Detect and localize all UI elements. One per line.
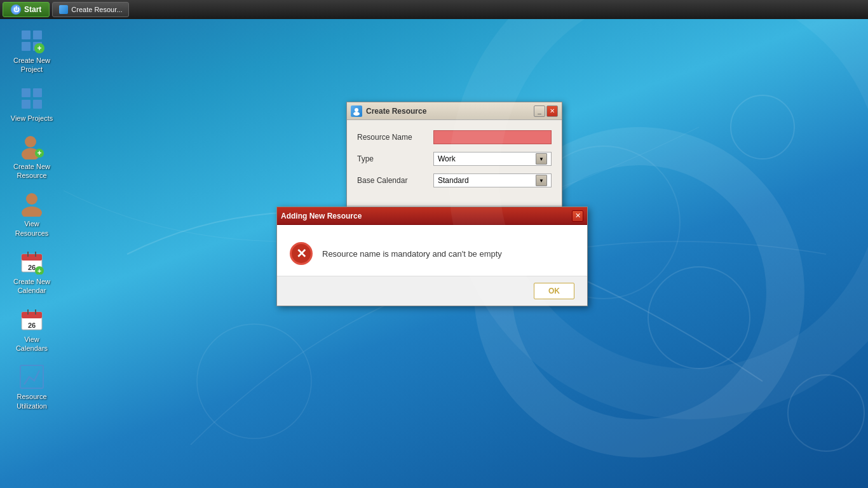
alert-close-button[interactable]: ✕ [572,210,583,222]
error-icon: ✕ [290,242,313,265]
type-select-value: Work [438,154,536,163]
base-calendar-value: Standard [438,176,536,185]
create-resource-label: Create NewResource [13,162,50,180]
start-label: Start [24,5,41,14]
view-projects-label: View Projects [11,114,53,123]
svg-rect-29 [22,312,42,318]
svg-point-0 [648,267,750,369]
create-resource-controls: _ ✕ [534,105,558,117]
resource-name-row: Resource Name [357,130,552,144]
svg-point-34 [355,108,358,112]
create-project-icon-img: + [19,28,44,53]
svg-rect-6 [33,30,42,39]
svg-rect-12 [33,88,42,97]
base-calendar-select[interactable]: Standard ▼ [433,173,552,187]
svg-point-4 [788,375,864,451]
svg-rect-13 [22,100,31,109]
alert-message: Resource name is mandatory and can't be … [322,249,502,259]
type-select-arrow[interactable]: ▼ [536,153,547,165]
create-calendar-label: Create NewCalendar [13,277,50,295]
close-button[interactable]: ✕ [546,105,558,117]
start-icon: ⏻ [11,4,21,15]
svg-point-15 [25,136,36,147]
svg-point-1 [731,95,794,159]
resource-name-input[interactable] [433,130,552,144]
taskbar: ⏻ Start Create Resour... [0,0,868,19]
svg-point-20 [22,207,42,217]
svg-text:26: 26 [28,322,36,329]
svg-text:+: + [37,149,41,158]
svg-rect-22 [22,254,42,261]
base-calendar-row: Base Calendar Standard ▼ [357,173,552,187]
view-calendars-label: View Calendars [9,335,55,353]
create-resource-titlebar: Create Resource _ ✕ [347,102,562,120]
view-projects-icon-img [19,86,44,111]
create-resource-icon-img: + [19,134,44,159]
base-calendar-select-arrow[interactable]: ▼ [536,175,547,186]
resource-utilization-label: ResourceUtilization [17,392,47,410]
type-label: Type [357,154,433,163]
start-button[interactable]: ⏻ Start [3,2,50,17]
svg-rect-33 [20,365,43,388]
create-project-label: Create NewProject [13,56,50,74]
type-row: Type Work ▼ [357,152,552,166]
resource-utilization-icon-img [19,364,44,390]
svg-text:+: + [37,267,41,274]
desktop-icons-container: + Create NewProject View Projects [6,25,57,413]
svg-point-2 [527,146,680,299]
alert-footer: OK [277,276,587,306]
alert-dialog: Adding New Resource ✕ ✕ Resource name is… [276,207,588,306]
view-resources-icon-img [19,191,44,217]
icon-view-projects[interactable]: View Projects [6,83,57,125]
alert-title: Adding New Resource [281,212,572,220]
icon-view-calendars[interactable]: 26 View Calendars [6,304,57,356]
view-resources-label: ViewResources [15,219,49,238]
svg-point-3 [197,324,311,438]
svg-rect-14 [33,100,42,109]
type-select[interactable]: Work ▼ [433,152,552,166]
icon-create-new-resource[interactable]: + Create NewResource [6,132,57,183]
taskbar-item-label: Create Resour... [71,6,122,13]
create-resource-title: Create Resource [366,107,534,116]
ok-button[interactable]: OK [534,283,574,299]
svg-text:26: 26 [28,264,36,271]
icon-resource-utilization[interactable]: ResourceUtilization [6,362,57,413]
taskbar-item-create-resource[interactable]: Create Resour... [52,2,129,17]
svg-text:+: + [37,44,41,53]
icon-create-new-project[interactable]: + Create NewProject [6,25,57,77]
create-calendar-icon-img: 26 + [19,249,44,274]
alert-titlebar: Adding New Resource ✕ [277,207,587,225]
base-calendar-label: Base Calendar [357,176,433,185]
svg-rect-11 [22,88,31,97]
view-calendars-icon-img: 26 [19,307,44,332]
minimize-button[interactable]: _ [534,105,545,117]
svg-rect-7 [22,42,31,51]
svg-rect-5 [22,30,31,39]
svg-point-35 [353,112,360,116]
resource-name-label: Resource Name [357,133,433,142]
create-resource-title-icon [351,105,362,117]
icon-view-resources[interactable]: ViewResources [6,189,57,240]
desktop: ⏻ Start Create Resour... + Create NewPro… [0,0,868,488]
alert-body: ✕ Resource name is mandatory and can't b… [277,225,587,276]
taskbar-item-icon [59,5,68,14]
icon-create-new-calendar[interactable]: 26 + Create NewCalendar [6,247,57,298]
svg-point-19 [26,193,37,205]
create-resource-content: Resource Name Type Work ▼ Base Calendar … [347,120,562,205]
